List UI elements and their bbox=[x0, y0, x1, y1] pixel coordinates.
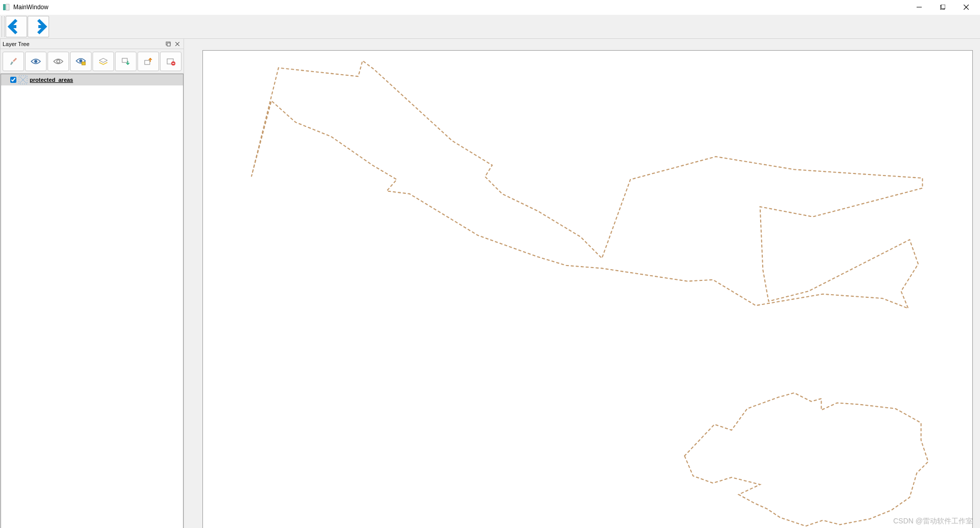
group-up-icon bbox=[144, 57, 153, 66]
panel-close-button[interactable] bbox=[173, 40, 181, 48]
toolbar-grip[interactable] bbox=[2, 16, 5, 37]
svg-rect-8 bbox=[167, 43, 170, 46]
dock-float-button[interactable] bbox=[164, 40, 172, 48]
layer-styling-button[interactable] bbox=[3, 52, 24, 71]
paintbrush-icon bbox=[9, 57, 18, 66]
eye-icon bbox=[31, 58, 41, 65]
group-down-icon bbox=[121, 57, 130, 66]
svg-point-12 bbox=[57, 60, 60, 63]
layer-visibility-checkbox[interactable] bbox=[10, 77, 16, 83]
minimize-button[interactable] bbox=[907, 0, 931, 14]
layer-tree-panel: Layer Tree bbox=[0, 39, 184, 528]
map-canvas[interactable] bbox=[202, 50, 973, 528]
app-icon bbox=[2, 3, 10, 11]
svg-rect-15 bbox=[122, 58, 127, 62]
layer-panel-title: Layer Tree bbox=[3, 41, 163, 47]
content-area: Layer Tree bbox=[0, 39, 980, 528]
svg-point-11 bbox=[34, 60, 37, 63]
app-window: MainWindow Layer Tree bbox=[0, 0, 980, 528]
remove-icon bbox=[166, 57, 175, 66]
main-toolbar bbox=[0, 14, 980, 39]
feature-polygon-south bbox=[685, 393, 928, 526]
filter-visible-button[interactable] bbox=[25, 52, 47, 71]
svg-rect-16 bbox=[145, 60, 150, 64]
window-title: MainWindow bbox=[13, 4, 907, 11]
svg-rect-1 bbox=[6, 4, 9, 10]
manage-themes-button[interactable] bbox=[138, 52, 159, 71]
svg-rect-14 bbox=[82, 62, 85, 65]
expand-all-button[interactable] bbox=[70, 52, 92, 71]
nav-back-button[interactable] bbox=[6, 16, 27, 37]
titlebar: MainWindow bbox=[0, 0, 980, 14]
svg-rect-4 bbox=[941, 5, 945, 9]
arrow-right-icon bbox=[30, 18, 47, 35]
layers-icon bbox=[98, 57, 108, 65]
layer-row-protected-areas[interactable]: protected_areas bbox=[1, 74, 183, 85]
window-controls bbox=[907, 0, 978, 14]
watermark: CSDN @雷动软件工作室 bbox=[893, 517, 973, 526]
layer-symbol-icon bbox=[18, 75, 28, 84]
layer-list[interactable]: protected_areas bbox=[1, 74, 184, 528]
filter-expression-button[interactable] bbox=[48, 52, 69, 71]
eye-outline-icon bbox=[53, 58, 63, 65]
svg-rect-0 bbox=[3, 4, 6, 10]
eye-filter-icon bbox=[76, 57, 86, 65]
maximize-button[interactable] bbox=[931, 0, 954, 14]
arrow-left-icon bbox=[8, 18, 25, 35]
collapse-all-button[interactable] bbox=[93, 52, 114, 71]
map-svg bbox=[203, 51, 972, 528]
nav-forward-button[interactable] bbox=[28, 16, 49, 37]
add-group-button[interactable] bbox=[115, 52, 136, 71]
layer-panel-header: Layer Tree bbox=[1, 39, 184, 49]
canvas-area bbox=[184, 39, 980, 528]
layer-panel-toolbar bbox=[1, 49, 184, 74]
feature-polygon-north bbox=[252, 61, 923, 309]
close-button[interactable] bbox=[954, 0, 978, 14]
remove-layer-button[interactable] bbox=[160, 52, 181, 71]
layer-name-label: protected_areas bbox=[30, 77, 73, 83]
